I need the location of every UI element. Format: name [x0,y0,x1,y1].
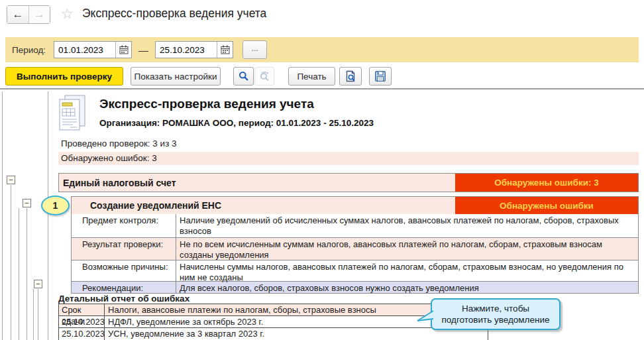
toolbar-separator [0,88,644,89]
period-more-button[interactable]: ... [242,40,267,59]
favorite-star-icon[interactable]: ☆ [61,6,74,22]
print-preview-button[interactable] [339,67,362,85]
detail-value: Для всех налогов, сборов, страховых взно… [176,282,638,293]
search-next-button[interactable] [254,67,274,85]
column-header: Срок сдачи [59,304,105,315]
check-details-table: Предмет контроля: Наличие уведомлений об… [71,214,639,294]
detail-label: Возможные причины: [72,260,176,281]
section-error-badge: Обнаружены ошибки: 3 [455,174,638,192]
detail-label: Предмет контроля: [72,214,176,237]
section-row-ens[interactable]: Единый налоговый счет Обнаружены ошибки:… [58,173,639,192]
table-row: Возможные причины: Начислены суммы налог… [72,260,638,282]
arrow-left-icon: ← [13,8,24,21]
errors-found-text: Обнаружено ошибок: 3 [58,152,639,165]
history-nav: ← → [7,5,50,24]
period-label: Период: [12,45,46,55]
tree-guide-line [19,208,19,340]
period-bar: Период: — ... [5,37,639,62]
tree-guide-line [33,289,34,340]
arrow-right-icon: → [34,8,45,21]
tree-guide-line [38,289,38,340]
detail-label: Рекомендации: [72,282,176,293]
print-preview-icon [345,70,356,82]
tree-guide-line [11,185,11,340]
period-to-input[interactable] [156,42,217,58]
tax-cell: УСН, уведомление за 3 квартал 2023 г. [105,328,488,340]
tree-guide-line [27,208,27,340]
subsection-title: Создание уведомлений ЕНС [72,197,455,214]
search-next-icon [259,71,270,82]
search-button[interactable] [233,67,254,85]
detail-label: Результат проверки: [72,238,176,260]
section-title: Единый налоговый счет [59,174,455,192]
search-icon [239,71,249,82]
calendar-icon[interactable] [217,42,233,58]
period-from-input[interactable] [54,42,115,58]
subsection-row-notifications[interactable]: Создание уведомлений ЕНС Обнаружены ошиб… [71,196,639,215]
detail-report-title: Детальный отчет об ошибках [58,294,189,304]
report-document-icon [57,94,87,133]
subsection-error-badge: Обнаружены ошибки [455,197,638,214]
table-row: Предмет контроля: Наличие уведомлений об… [72,214,638,238]
content-left-border [48,91,48,340]
period-range-dash: — [138,44,148,56]
table-row[interactable]: 25.10.2023 УСН, уведомление за 3 квартал… [59,328,488,340]
detail-value: Наличие уведомлений об исчисленных сумма… [176,214,638,237]
show-settings-button[interactable]: Показать настройки [131,67,221,85]
report-subtitle: Организация: РОМАШКА ООО, период: 01.01.… [99,118,374,128]
save-button[interactable] [369,67,392,85]
back-button[interactable]: ← [7,6,28,23]
run-check-button[interactable]: Выполнить проверку [5,67,123,85]
step-number-badge: 1 [41,196,70,215]
tooltip-tail [417,310,435,326]
report-title: Экспресс-проверка ведения учета [99,97,314,111]
detail-value: Начислены суммы налогов, авансовых плате… [176,260,638,281]
save-floppy-icon [374,70,386,82]
collapse-group-icon[interactable]: − [34,280,42,288]
due-date-cell: 25.10.2023 [59,316,105,327]
checks-done-text: Проведено проверок: 3 из 3 [61,139,177,148]
period-to-field [155,41,233,58]
collapse-group-icon[interactable]: − [23,199,31,207]
table-row: Результат проверки: Не по всем исчисленн… [72,238,638,260]
tooltip-bubble: Нажмите, чтобы подготовить уведомление [431,298,561,330]
table-row: Рекомендации: Для всех налогов, сборов, … [72,282,638,293]
tooltip-text: Нажмите, чтобы подготовить уведомление [437,303,554,325]
collapse-group-icon[interactable]: − [7,176,15,184]
print-button[interactable]: Печать [288,67,335,85]
detail-value: Не по всем исчисленным суммам налогов, а… [176,238,638,260]
tree-guide-line [2,91,3,340]
due-date-cell: 25.10.2023 [59,328,105,340]
calendar-icon[interactable] [115,42,131,58]
period-from-field [54,41,132,58]
window-title: Экспресс-проверка ведения учета [82,7,266,21]
forward-button[interactable]: → [28,6,50,23]
